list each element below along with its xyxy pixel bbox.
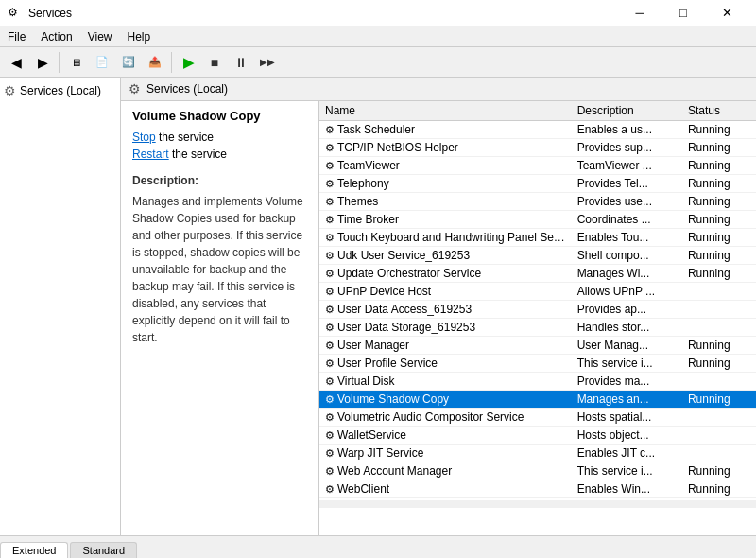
col-header-name[interactable]: Name [319,101,572,121]
maximize-button[interactable]: □ [662,0,705,26]
service-status-cell: Running [682,247,756,265]
table-header-row: Name Description Status [319,101,756,121]
tab-standard[interactable]: Standard [70,542,137,558]
table-row[interactable]: ⚙Virtual DiskProvides ma... [319,373,756,391]
table-row[interactable]: ⚙Touch Keyboard and Handwriting Panel Se… [319,229,756,247]
service-desc-cell: Enables a us... [572,121,682,139]
service-desc-cell: User Manag... [572,337,682,355]
main-container: ⚙ Services (Local) ⚙ Services (Local) Vo… [0,78,756,535]
service-name-cell: ⚙Time Broker [319,211,572,229]
service-status-cell: Running [682,139,756,157]
close-button[interactable]: ✕ [705,0,748,26]
panel-header-icon: ⚙ [129,81,141,96]
service-name-cell: ⚙Telephony [319,175,572,193]
service-row-icon: ⚙ [325,142,335,153]
window-title: Services [28,7,618,20]
tab-extended[interactable]: Extended [0,542,68,558]
toolbar: ◀ ▶ 🖥 📄 🔄 📤 ▶ ■ ⏸ ▶▶ [0,47,756,78]
service-status-cell: Running [682,157,756,175]
service-row-icon: ⚙ [325,375,335,387]
forward-button[interactable]: ▶ [30,50,55,75]
action-service-title: Volume Shadow Copy [132,109,307,123]
table-row[interactable]: ⚙TelephonyProvides Tel...Running [319,175,756,193]
service-name-cell: ⚙User Data Storage_619253 [319,319,572,337]
table-row[interactable]: ⚙Web Account ManagerThis service i...Run… [319,462,756,480]
table-row[interactable]: ⚙User Data Access_619253Provides ap... [319,301,756,319]
content-area: Volume Shadow Copy Stop the service Rest… [121,101,756,535]
service-status-cell: Running [682,175,756,193]
menu-file[interactable]: File [0,28,33,45]
table-row[interactable]: ⚙User Profile ServiceThis service i...Ru… [319,355,756,373]
service-status-cell: Running [682,229,756,247]
service-row-icon: ⚙ [325,429,335,441]
menu-bar: File Action View Help [0,26,756,47]
stop-service-link[interactable]: Stop [132,131,156,144]
back-button[interactable]: ◀ [4,50,28,75]
toolbar-resume-button[interactable]: ▶▶ [255,50,280,75]
service-name-cell: ⚙Task Scheduler [319,121,572,139]
toolbar-pause-button[interactable]: ⏸ [229,50,253,75]
service-desc-cell: Provides use... [572,193,682,211]
service-desc-cell: Enables JIT c... [572,445,682,462]
service-name-cell: ⚙UPnP Device Host [319,283,572,301]
restart-service-link[interactable]: Restart [132,148,169,161]
service-row-icon: ⚙ [325,411,335,423]
service-status-cell: Running [682,391,756,409]
service-name-cell: ⚙User Data Access_619253 [319,301,572,319]
restart-suffix: the service [169,148,227,161]
service-desc-cell: Handles stor... [572,319,682,337]
show-tree-button[interactable]: 🖥 [63,50,88,75]
service-desc-cell: TeamViewer ... [572,157,682,175]
table-row[interactable]: ⚙UPnP Device HostAllows UPnP ... [319,283,756,301]
toolbar-stop-button[interactable]: ■ [202,50,227,75]
table-row[interactable]: ⚙Time BrokerCoordinates ...Running [319,211,756,229]
toolbar-start-button[interactable]: ▶ [176,50,200,75]
service-status-cell [682,319,756,337]
service-status-cell: Running [682,265,756,283]
table-row[interactable]: ⚙Warp JIT ServiceEnables JIT c... [319,445,756,462]
table-row[interactable]: ⚙User ManagerUser Manag...Running [319,337,756,355]
service-status-cell [682,283,756,301]
desc-text: Manages and implements Volume Shadow Cop… [132,193,307,346]
minimize-button[interactable]: ─ [618,0,662,26]
table-row[interactable]: ⚙TCP/IP NetBIOS HelperProvides sup...Run… [319,139,756,157]
window-controls: ─ □ ✕ [618,0,748,26]
table-row[interactable]: ⚙WebClientEnables Win...Running [319,480,756,498]
service-status-cell [682,445,756,462]
services-table: Name Description Status ⚙Task SchedulerE… [319,101,756,498]
service-desc-cell: Hosts object... [572,427,682,445]
action-panel: Volume Shadow Copy Stop the service Rest… [121,101,319,535]
properties-button[interactable]: 📄 [90,50,114,75]
tree-item-services-local[interactable]: ⚙ Services (Local) [0,81,120,100]
service-status-cell: Running [682,355,756,373]
service-row-icon: ⚙ [325,232,335,243]
menu-action[interactable]: Action [33,28,79,45]
export-list-button[interactable]: 📤 [143,50,167,75]
table-row[interactable]: ⚙Volumetric Audio Compositor ServiceHost… [319,409,756,427]
service-desc-cell: Provides ma... [572,373,682,391]
panel-header: ⚙ Services (Local) [121,78,756,101]
service-desc-cell: Provides Tel... [572,175,682,193]
service-row-icon: ⚙ [325,357,335,369]
refresh-button[interactable]: 🔄 [116,50,141,75]
service-status-cell: Running [682,121,756,139]
table-row[interactable]: ⚙WalletServiceHosts object... [319,427,756,445]
service-desc-cell: Manages an... [572,391,682,409]
menu-help[interactable]: Help [120,28,159,45]
table-row[interactable]: ⚙User Data Storage_619253Handles stor... [319,319,756,337]
table-row[interactable]: ⚙Update Orchestrator ServiceManages Wi..… [319,265,756,283]
table-row[interactable]: ⚙Volume Shadow CopyManages an...Running [319,391,756,409]
title-bar: ⚙ Services ─ □ ✕ [0,0,756,26]
service-row-icon: ⚙ [325,268,335,279]
horizontal-scrollbar[interactable] [319,500,756,508]
table-row[interactable]: ⚙Task SchedulerEnables a us...Running [319,121,756,139]
service-description-block: Description: Manages and implements Volu… [132,172,307,346]
col-header-description[interactable]: Description [572,101,682,121]
table-row[interactable]: ⚙ThemesProvides use...Running [319,193,756,211]
services-table-container[interactable]: Name Description Status ⚙Task SchedulerE… [319,101,756,535]
table-row[interactable]: ⚙TeamViewerTeamViewer ...Running [319,157,756,175]
menu-view[interactable]: View [80,28,120,45]
col-header-status[interactable]: Status [682,101,756,121]
table-row[interactable]: ⚙Udk User Service_619253Shell compo...Ru… [319,247,756,265]
service-desc-cell: Enables Win... [572,480,682,498]
